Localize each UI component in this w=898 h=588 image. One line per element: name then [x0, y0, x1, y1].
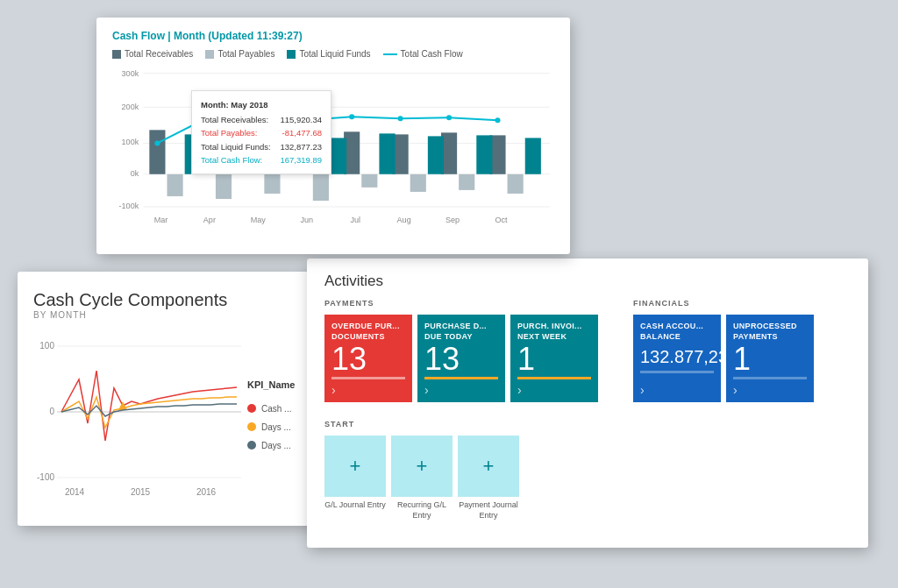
cash-balance-arrow: ›	[640, 383, 714, 397]
legend-days1-label: Days ...	[261, 422, 291, 432]
tooltip-payables: Total Payables: -81,477.68	[201, 126, 322, 139]
svg-text:100k: 100k	[122, 138, 139, 146]
legend-payables: Total Payables	[205, 49, 274, 59]
legend-liquid-color	[287, 50, 296, 59]
payment-journal-label: Payment Journal Entry	[458, 500, 519, 521]
cashflow-chart-svg: 300k 200k 100k 0k -100k	[112, 64, 554, 230]
svg-rect-19	[216, 174, 232, 199]
purch-invoice-tile[interactable]: PURCH. INVOI...NEXT WEEK 1 ›	[510, 315, 598, 402]
svg-text:Jul: Jul	[350, 216, 360, 224]
gl-journal-icon: +	[350, 457, 361, 476]
overdue-tile-bar	[331, 377, 405, 379]
financials-section: FINANCIALS CASH ACCOU...BALANCE 132.877,…	[633, 299, 814, 416]
svg-point-39	[398, 116, 403, 121]
svg-rect-25	[508, 174, 524, 194]
svg-text:100: 100	[39, 341, 54, 351]
svg-text:0: 0	[49, 407, 54, 416]
svg-marker-56	[118, 401, 127, 410]
recurring-label: Recurring G/L Entry	[391, 500, 453, 521]
purchase-due-arrow: ›	[424, 383, 498, 397]
chart-area: 300k 200k 100k 0k -100k	[112, 64, 554, 230]
cycle-chart-area: 100 0 -100 2014 2015 2016	[33, 327, 335, 502]
cash-balance-number: 132.877,23	[640, 348, 714, 365]
tooltip-cashflow: Total Cash Flow: 167,319.89	[201, 153, 322, 166]
gl-journal-tile[interactable]: +	[324, 436, 386, 497]
legend-cash-label: Cash ...	[261, 404, 291, 414]
svg-text:0k: 0k	[131, 169, 139, 178]
legend-receivables: Total Receivables	[112, 49, 193, 59]
purchase-due-bar	[424, 377, 498, 379]
unprocessed-label: UNPROCESSEDPAYMENTS	[733, 322, 807, 342]
svg-rect-30	[379, 133, 395, 174]
financials-tiles: CASH ACCOU...BALANCE 132.877,23 › UNPROC…	[633, 315, 814, 402]
svg-text:200k: 200k	[122, 103, 139, 111]
svg-rect-29	[331, 138, 346, 174]
payment-journal-icon: +	[483, 457, 495, 476]
cash-balance-bar	[640, 371, 714, 373]
main-content: PAYMENTS OVERDUE PUR...DOCUMENTS 13 › PU…	[324, 299, 851, 416]
payment-journal-tile[interactable]: +	[458, 436, 519, 497]
start-tiles: + G/L Journal Entry + Recurring G/L Entr…	[324, 436, 851, 521]
svg-rect-33	[525, 138, 541, 174]
legend-payables-color	[205, 50, 214, 59]
payments-section: PAYMENTS OVERDUE PUR...DOCUMENTS 13 › PU…	[324, 299, 598, 416]
recurring-tile[interactable]: +	[391, 436, 453, 497]
purchase-due-number: 13	[424, 344, 498, 375]
svg-rect-18	[167, 174, 182, 196]
legend-liquid: Total Liquid Funds	[287, 49, 370, 59]
tooltip-liquid: Total Liquid Funds: 132,877.23	[201, 140, 322, 153]
purchase-due-label: PURCHASE D...DUE TODAY	[424, 322, 498, 342]
legend-receivables-label: Total Receivables	[125, 49, 193, 59]
unprocessed-tile[interactable]: UNPROCESSEDPAYMENTS 1 ›	[726, 315, 814, 402]
svg-text:2016: 2016	[196, 487, 217, 497]
tooltip-month: Month: May 2018	[201, 98, 322, 111]
cycle-card: Cash Cycle Components BY MONTH 100 0 -10…	[18, 272, 351, 526]
legend-cashflow-label: Total Cash Flow	[401, 49, 463, 59]
legend-receivables-color	[112, 50, 121, 59]
svg-text:Apr: Apr	[203, 216, 216, 224]
financials-label: FINANCIALS	[633, 299, 814, 308]
svg-point-34	[154, 140, 160, 145]
overdue-tile[interactable]: OVERDUE PUR...DOCUMENTS 13 ›	[324, 315, 412, 402]
svg-rect-21	[313, 174, 329, 201]
legend-cashflow-line	[383, 53, 397, 55]
svg-rect-22	[361, 174, 377, 188]
svg-text:2014: 2014	[65, 487, 85, 497]
purch-invoice-bar	[517, 377, 591, 379]
cash-balance-tile[interactable]: CASH ACCOU...BALANCE 132.877,23 ›	[633, 315, 721, 402]
purch-invoice-number: 1	[517, 344, 591, 375]
payments-tiles: OVERDUE PUR...DOCUMENTS 13 › PURCHASE D.…	[324, 315, 598, 402]
legend-cash-dot	[247, 404, 256, 413]
svg-text:Aug: Aug	[397, 216, 411, 224]
gl-journal-wrapper: + G/L Journal Entry	[324, 436, 386, 521]
svg-text:-100k: -100k	[119, 202, 139, 210]
chart-tooltip: Month: May 2018 Total Receivables: 115,9…	[191, 90, 331, 174]
legend-payables-label: Total Payables	[217, 49, 274, 59]
legend-days2-dot	[247, 441, 256, 450]
cycle-svg-wrapper: 100 0 -100 2014 2015 2016	[33, 327, 247, 502]
unprocessed-arrow: ›	[733, 383, 807, 397]
svg-text:Jun: Jun	[300, 216, 313, 224]
legend-cashflow: Total Cash Flow	[383, 49, 463, 59]
svg-text:300k: 300k	[122, 69, 139, 78]
svg-rect-20	[264, 174, 280, 194]
svg-rect-32	[476, 135, 492, 174]
legend-liquid-label: Total Liquid Funds	[299, 49, 370, 59]
purchase-due-tile[interactable]: PURCHASE D...DUE TODAY 13 ›	[417, 315, 505, 402]
recurring-wrapper: + Recurring G/L Entry	[391, 436, 453, 521]
svg-point-40	[446, 115, 452, 120]
unprocessed-bar	[733, 377, 807, 379]
cash-balance-label: CASH ACCOU...BALANCE	[640, 322, 714, 342]
payments-label: PAYMENTS	[324, 299, 598, 308]
svg-text:-100: -100	[37, 472, 54, 482]
cycle-chart-svg: 100 0 -100 2014 2015 2016	[33, 327, 247, 502]
overdue-tile-number: 13	[331, 344, 405, 375]
legend-days2-label: Days ...	[261, 441, 291, 450]
svg-text:Oct: Oct	[495, 216, 508, 224]
svg-rect-23	[410, 174, 426, 192]
svg-rect-10	[149, 130, 165, 174]
svg-rect-24	[459, 174, 474, 190]
svg-text:Mar: Mar	[154, 216, 168, 224]
chart-legend: Total Receivables Total Payables Total L…	[112, 49, 554, 59]
legend-days1-dot	[247, 422, 256, 431]
